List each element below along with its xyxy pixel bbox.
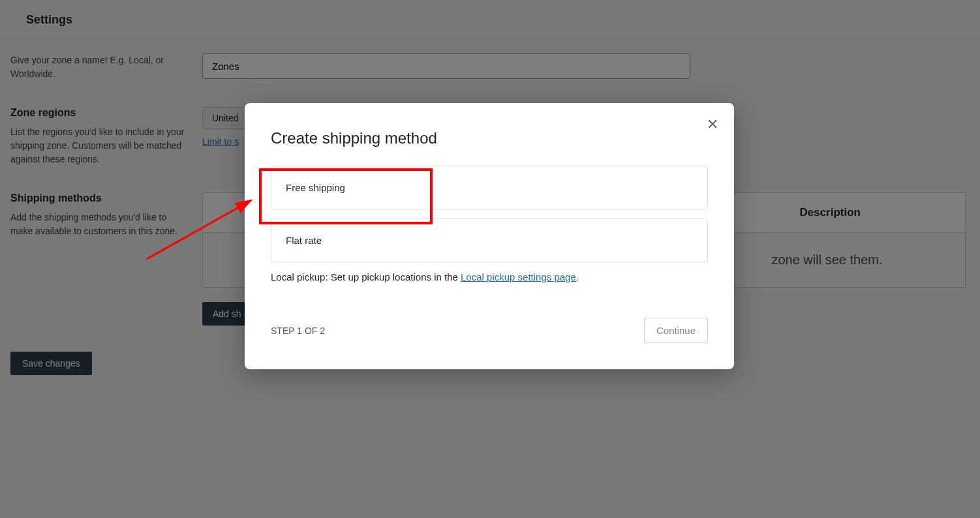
- modal-footer: STEP 1 OF 2 Continue: [271, 318, 708, 343]
- step-indicator: STEP 1 OF 2: [271, 326, 325, 336]
- flat-rate-label: Flat rate: [286, 235, 322, 246]
- free-shipping-label: Free shipping: [286, 182, 345, 193]
- create-shipping-method-modal: ✕ Create shipping method Free shipping F…: [245, 103, 734, 369]
- pickup-suffix: .: [576, 271, 579, 282]
- modal-title: Create shipping method: [271, 129, 708, 147]
- close-icon[interactable]: ✕: [707, 117, 718, 132]
- continue-button[interactable]: Continue: [644, 318, 708, 343]
- free-shipping-option[interactable]: Free shipping: [271, 166, 708, 209]
- flat-rate-option[interactable]: Flat rate: [271, 219, 708, 262]
- local-pickup-text: Local pickup: Set up pickup locations in…: [271, 271, 708, 282]
- pickup-prefix: Local pickup: Set up pickup locations in…: [271, 271, 461, 282]
- local-pickup-settings-link[interactable]: Local pickup settings page: [461, 271, 576, 282]
